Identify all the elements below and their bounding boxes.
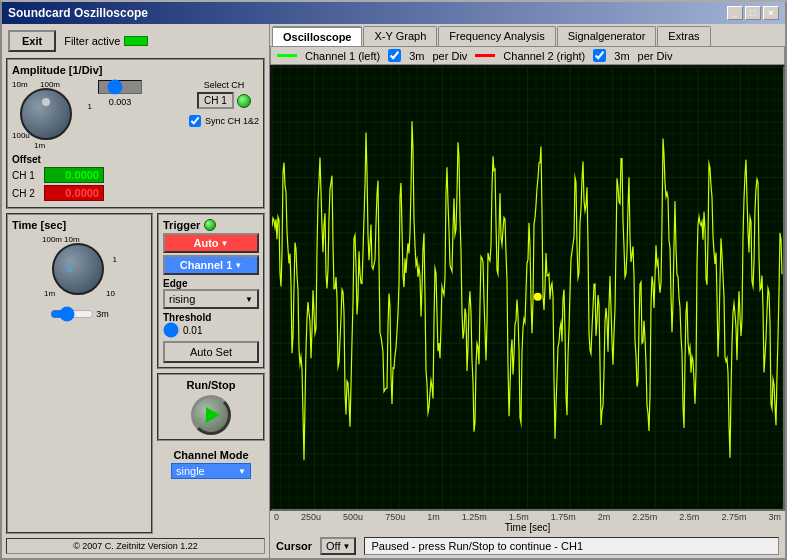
time-slider-value: 3m	[96, 309, 109, 319]
trigger-channel-button[interactable]: Channel 1 ▼	[163, 255, 259, 275]
cursor-status-bar: Cursor Off ▼ Paused - press Run/Stop to …	[270, 534, 785, 558]
filter-label: Filter active	[64, 35, 120, 47]
channel-mode-value: single	[176, 465, 205, 477]
tabs-bar: Oscilloscope X-Y Graph Frequency Analysi…	[270, 24, 785, 46]
knob-indicator	[42, 98, 50, 106]
window-title: Soundcard Oszilloscope	[8, 6, 148, 20]
time-slider[interactable]	[50, 307, 94, 321]
scope-canvas	[272, 67, 783, 509]
ch1-offset-input[interactable]	[44, 167, 104, 183]
tab-signalgenerator[interactable]: Signalgenerator	[557, 26, 657, 46]
ch2-offset-label: CH 2	[12, 188, 40, 199]
minimize-button[interactable]: _	[727, 6, 743, 20]
exit-button[interactable]: Exit	[8, 30, 56, 52]
copyright: © 2007 C. Zeitnitz Version 1.22	[6, 538, 265, 554]
trigger-panel: Trigger Auto ▼ Channel 1 ▼ Edge	[157, 213, 265, 369]
sync-checkbox[interactable]	[189, 115, 201, 127]
title-bar-title: Soundcard Oszilloscope	[8, 6, 148, 20]
ch2-line-indicator	[475, 54, 495, 57]
filter-active-area: Filter active	[64, 35, 148, 47]
ch2-bar-checkbox[interactable]	[593, 49, 606, 62]
right-panel: Oscilloscope X-Y Graph Frequency Analysi…	[270, 24, 785, 558]
channel-mode-label: Channel Mode	[157, 449, 265, 461]
cursor-mode-dropdown[interactable]: Off ▼	[320, 537, 356, 555]
amplitude-knob[interactable]	[20, 88, 72, 140]
trigger-title: Trigger	[163, 219, 259, 231]
ch1-offset-label: CH 1	[12, 170, 40, 181]
offset-title: Offset	[12, 154, 259, 165]
time-title: Time [sec]	[12, 219, 147, 231]
edge-label: Edge	[163, 278, 259, 289]
time-scale-1: 1	[113, 255, 117, 264]
trigger-mode-arrow: ▼	[221, 239, 229, 248]
ch1-bar-checkbox[interactable]	[388, 49, 401, 62]
time-axis-bar: 0250u500u750u1m1.25m1.5m1.75m2m2.25m2.5m…	[270, 511, 785, 534]
amp-scale-10m: 10m	[12, 80, 28, 89]
threshold-value: 0.01	[183, 325, 202, 336]
time-scale-100m: 100m	[42, 235, 62, 244]
channel-mode-arrow: ▼	[238, 467, 246, 476]
sync-row: Sync CH 1&2	[189, 115, 259, 127]
ch2-offset-input[interactable]	[44, 185, 104, 201]
offset-area: Offset CH 1 CH 2	[12, 154, 259, 201]
ch2-bar-label: Channel 2 (right)	[503, 50, 585, 62]
trigger-edge-button[interactable]: rising ▼	[163, 289, 259, 309]
auto-set-button[interactable]: Auto Set	[163, 341, 259, 363]
ch2-offset-row: CH 2	[12, 185, 259, 201]
time-scale-1m: 1m	[44, 289, 55, 298]
middle-section: Time [sec] 100m 1 10 1m 10m 3m	[6, 213, 265, 534]
trigger-label: Trigger	[163, 219, 200, 231]
channel-bar: Channel 1 (left) 3m per Div Channel 2 (r…	[270, 46, 785, 65]
tab-extras[interactable]: Extras	[657, 26, 710, 46]
ch1-bar-label: Channel 1 (left)	[305, 50, 380, 62]
maximize-button[interactable]: □	[745, 6, 761, 20]
sync-label: Sync CH 1&2	[205, 116, 259, 126]
edge-arrow: ▼	[245, 295, 253, 304]
amp-scale-1: 1	[88, 102, 92, 111]
title-bar-buttons: _ □ ×	[727, 6, 779, 20]
time-knob[interactable]	[52, 243, 104, 295]
amp-scale-1m: 1m	[34, 141, 45, 150]
main-window: Soundcard Oszilloscope _ □ × Exit Filter…	[0, 0, 787, 560]
cursor-mode-arrow: ▼	[343, 542, 351, 551]
trigger-led	[204, 219, 216, 231]
cursor-label: Cursor	[276, 540, 312, 552]
channel-mode-area: Channel Mode single ▼	[157, 449, 265, 481]
time-knob-indicator	[66, 266, 73, 273]
amplitude-panel: Amplitude [1/Div] 10m 100m 1 100u 1m	[6, 58, 265, 209]
left-panel: Exit Filter active Amplitude [1/Div] 10m…	[2, 24, 270, 558]
ch1-per-div-unit: per Div	[433, 50, 468, 62]
status-message: Paused - press Run/Stop to continue - CH…	[364, 537, 779, 555]
run-stop-panel: Run/Stop	[157, 373, 265, 441]
ch2-per-div-val: 3m	[614, 50, 629, 62]
amplitude-slider-value: 0.003	[98, 97, 142, 107]
amplitude-title: Amplitude [1/Div]	[12, 64, 259, 76]
trigger-runostop-col: Trigger Auto ▼ Channel 1 ▼ Edge	[157, 213, 265, 534]
ch1-select-btn[interactable]: CH 1	[197, 92, 234, 109]
ch1-line-indicator	[277, 54, 297, 57]
title-bar: Soundcard Oszilloscope _ □ ×	[2, 2, 785, 24]
tab-oscilloscope[interactable]: Oscilloscope	[272, 26, 362, 46]
tab-xy-graph[interactable]: X-Y Graph	[363, 26, 437, 46]
channel-mode-dropdown[interactable]: single ▼	[171, 463, 251, 479]
select-ch-label: Select CH	[204, 80, 245, 90]
tab-frequency-analysis[interactable]: Frequency Analysis	[438, 26, 555, 46]
ch2-per-div-unit: per Div	[638, 50, 673, 62]
trigger-auto-button[interactable]: Auto ▼	[163, 233, 259, 253]
run-stop-button[interactable]	[191, 395, 231, 435]
run-stop-label: Run/Stop	[187, 379, 236, 391]
filter-led	[124, 36, 148, 46]
ch1-offset-row: CH 1	[12, 167, 259, 183]
time-axis-title: Time [sec]	[270, 522, 785, 533]
amplitude-slider[interactable]	[98, 80, 142, 94]
threshold-control: 0.01	[163, 323, 259, 337]
close-button[interactable]: ×	[763, 6, 779, 20]
trigger-ch-arrow: ▼	[234, 261, 242, 270]
scope-screen	[270, 65, 785, 511]
time-scale-10: 10	[106, 289, 115, 298]
cursor-mode-value: Off	[326, 540, 340, 552]
time-panel: Time [sec] 100m 1 10 1m 10m 3m	[6, 213, 153, 534]
threshold-slider[interactable]	[163, 323, 181, 337]
ch1-per-div-val: 3m	[409, 50, 424, 62]
top-controls: Exit Filter active	[6, 28, 265, 54]
